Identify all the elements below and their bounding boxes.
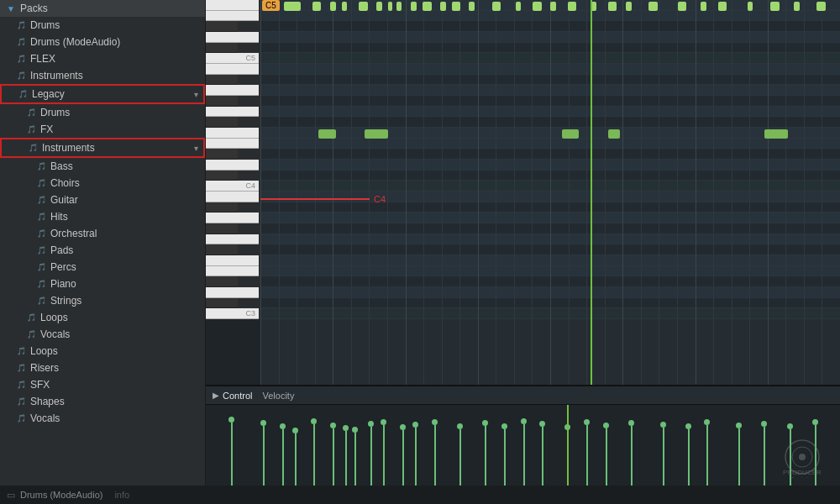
sidebar-item-label: Guitar [50, 194, 78, 206]
piano-keyboard[interactable]: C5C4C3 [206, 0, 260, 319]
velocity-playhead [567, 405, 569, 486]
sidebar-item-drums[interactable]: 🎵 Drums [0, 17, 205, 34]
sidebar-item-guitar[interactable]: 🎵 Guitar [0, 192, 205, 208]
sidebar-item-label: Instruments [30, 70, 83, 81]
sidebar-item-orchestral[interactable]: 🎵 Orchestral [0, 225, 205, 242]
sidebar-item-piano[interactable]: 🎵 Piano [0, 276, 205, 292]
sidebar-item-loops[interactable]: 🎵 Loops [0, 309, 205, 326]
sidebar-item-legacy-drums[interactable]: 🎵 Drums [0, 104, 205, 121]
playhead [591, 0, 592, 385]
pack-icon: 🎵 [35, 195, 47, 205]
expand-icon: ▾ [194, 90, 198, 99]
control-arrow: ▶ [213, 391, 219, 400]
pack-icon: 🎵 [17, 89, 29, 99]
pack-icon: 🎵 [27, 143, 39, 153]
sidebar-item-label: Risers [30, 362, 59, 374]
pack-icon: 🎵 [15, 20, 27, 30]
sidebar-item-legacy-fx[interactable]: 🎵 FX [0, 121, 205, 138]
pack-icon: 🎵 [15, 363, 27, 373]
sidebar-item-label: Loops [30, 345, 58, 357]
pack-icon: 🎵 [15, 396, 27, 407]
footer: ▭ Drums (ModeAudio) info [0, 486, 840, 504]
piano-roll-main: C5C4C3 C4 C5 [206, 0, 840, 385]
pack-icon: 🎵 [15, 346, 27, 356]
sidebar-item-label: Orchestral [50, 228, 97, 239]
sidebar-item-loops2[interactable]: 🎵 Loops [0, 343, 205, 360]
velocity-content [206, 405, 840, 486]
sidebar-item-label: Bass [50, 160, 73, 172]
expand-icon: ▾ [194, 144, 198, 153]
sidebar-item-label: Legacy [32, 88, 65, 100]
sidebar-item-pads[interactable]: 🎵 Pads [0, 242, 205, 259]
pack-icon: 🎵 [25, 124, 37, 134]
control-label[interactable]: Control [223, 391, 252, 401]
sidebar-item-label: Drums (ModeAudio) [30, 36, 120, 48]
sidebar-item-hits[interactable]: 🎵 Hits [0, 208, 205, 225]
velocity-header: ▶ Control Velocity [206, 386, 840, 405]
sidebar-item-label: FX [40, 123, 53, 135]
sidebar-item-label: Packs [20, 3, 48, 14]
svg-text:Society: Society [790, 475, 811, 478]
sidebar-item-label: Piano [50, 278, 76, 290]
sidebar-item-label: Instruments [42, 142, 95, 154]
pack-icon: 🎵 [35, 178, 47, 188]
sidebar-item-label: FLEX [30, 53, 55, 65]
pack-icon: 🎵 [25, 312, 37, 323]
file-icon: ▭ [7, 490, 15, 501]
pack-icon: 🎵 [15, 71, 27, 81]
sidebar-item-instruments[interactable]: 🎵 Instruments [0, 67, 205, 84]
pack-icon: 🎵 [35, 228, 47, 239]
pack-icon: 🎵 [35, 262, 47, 272]
sidebar-item-flex[interactable]: 🎵 FLEX [0, 50, 205, 67]
sidebar-item-strings[interactable]: 🎵 Strings [0, 292, 205, 309]
pack-icon: 🎵 [35, 296, 47, 306]
piano-roll-container: C5C4C3 C4 C5 ▶ [206, 0, 840, 486]
svg-point-4 [799, 454, 806, 460]
pack-icon: 🎵 [15, 37, 27, 47]
piano-grid[interactable]: C4 C5 [260, 0, 840, 385]
sidebar-item-label: Loops [40, 312, 68, 323]
sidebar-item-vocals[interactable]: 🎵 Vocals [0, 326, 205, 343]
sidebar-item-label: Pads [50, 244, 73, 256]
sidebar-item-drums-modeaudio[interactable]: 🎵 Drums (ModeAudio) [0, 34, 205, 50]
sidebar: ▼ Packs 🎵 Drums 🎵 Drums (ModeAudio) 🎵 FL… [0, 0, 206, 486]
pack-icon: 🎵 [15, 380, 27, 390]
sidebar-item-label: Vocals [40, 328, 70, 340]
sidebar-item-shapes[interactable]: 🎵 Shapes [0, 393, 205, 410]
sidebar-item-label: Drums [40, 107, 70, 118]
sidebar-item-bass[interactable]: 🎵 Bass [0, 158, 205, 175]
sidebar-item-label: Strings [50, 295, 81, 307]
watermark: PRODUCER Society [781, 436, 832, 480]
pack-icon: 🎵 [15, 54, 27, 64]
sidebar-item-label: Vocals [30, 412, 60, 424]
sidebar-item-sfx[interactable]: 🎵 SFX [0, 376, 205, 393]
pack-icon: 🎵 [35, 279, 47, 289]
footer-left: ▭ Drums (ModeAudio) info [7, 490, 129, 501]
velocity-panel: ▶ Control Velocity [206, 385, 840, 486]
footer-filename: Drums (ModeAudio) [20, 490, 102, 500]
velocity-label[interactable]: Velocity [262, 391, 294, 401]
sidebar-item-legacy[interactable]: 🎵 Legacy ▾ [0, 84, 205, 104]
sidebar-item-choirs[interactable]: 🎵 Choirs [0, 175, 205, 192]
pack-icon: 🎵 [25, 329, 37, 339]
sidebar-item-packs[interactable]: ▼ Packs [0, 0, 205, 17]
sidebar-item-percs[interactable]: 🎵 Percs [0, 259, 205, 276]
sidebar-item-label: Choirs [50, 177, 80, 189]
sidebar-item-label: Percs [50, 261, 76, 273]
sidebar-item-label: Shapes [30, 396, 65, 407]
pack-icon: 🎵 [15, 413, 27, 423]
sidebar-item-label: Hits [50, 211, 68, 223]
pack-icon: 🎵 [25, 108, 37, 118]
sidebar-item-risers[interactable]: 🎵 Risers [0, 360, 205, 376]
pack-icon: 🎵 [35, 161, 47, 171]
pack-icon: 🎵 [35, 245, 47, 255]
pack-icon: 🎵 [35, 212, 47, 222]
sidebar-item-legacy-instruments[interactable]: 🎵 Instruments ▾ [0, 138, 205, 158]
footer-info: info [114, 490, 129, 500]
folder-icon: ▼ [5, 3, 17, 13]
sidebar-item-vocals2[interactable]: 🎵 Vocals [0, 410, 205, 427]
sidebar-item-label: SFX [30, 379, 50, 391]
sidebar-item-label: Drums [30, 19, 60, 31]
